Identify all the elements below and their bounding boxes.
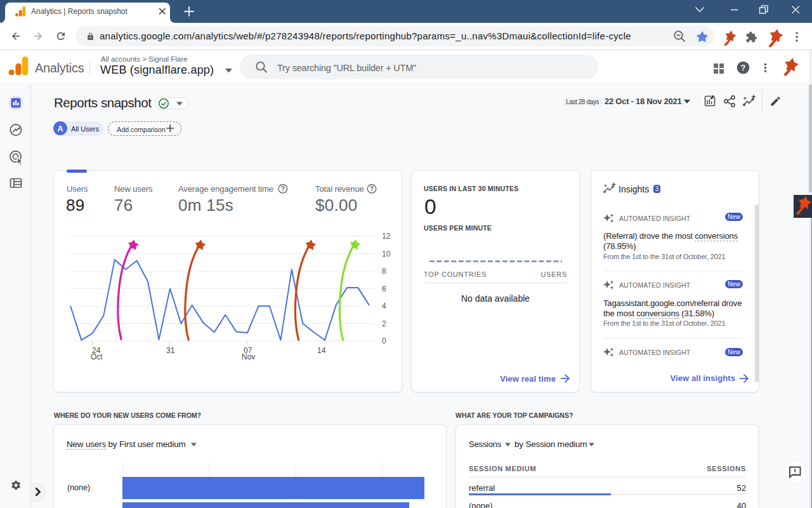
svg-text:A: A	[57, 124, 63, 133]
svg-text:?: ?	[281, 185, 285, 192]
svg-text:?: ?	[741, 63, 746, 72]
svg-text:?: ?	[370, 185, 374, 192]
